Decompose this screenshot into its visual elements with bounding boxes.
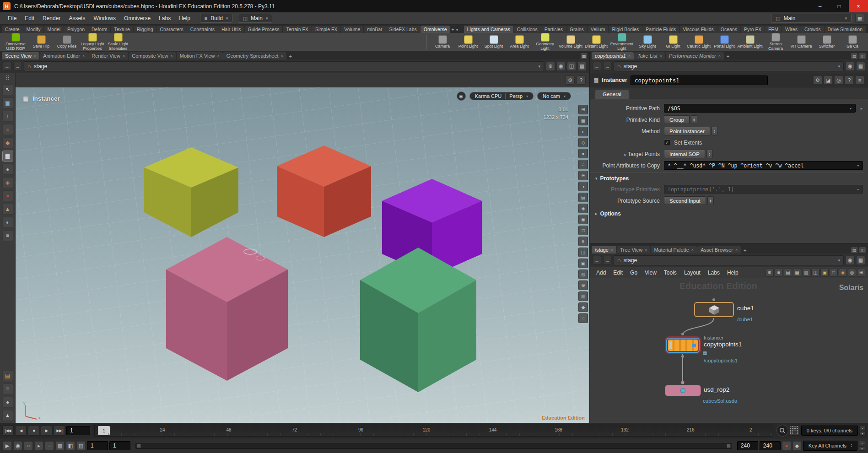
- stow-bar-icon[interactable]: ≡: [2, 383, 13, 394]
- set-extents-checkbox[interactable]: ✓: [664, 140, 670, 146]
- gear-icon[interactable]: ⚙: [566, 76, 575, 85]
- shelf-tool[interactable]: Switcher: [814, 35, 840, 49]
- key-all-channels-selector[interactable]: Key All Channels ▴▾: [803, 441, 857, 451]
- close-icon[interactable]: ×: [611, 248, 613, 252]
- shelf-tab[interactable]: Drive Simulation: [825, 26, 866, 33]
- crosshair-icon[interactable]: ⊕: [546, 62, 555, 71]
- pane-tab[interactable]: Render View ×: [88, 52, 128, 59]
- forward-icon[interactable]: →: [603, 62, 612, 70]
- brush-icon[interactable]: ◪: [824, 76, 833, 85]
- key-filter-icon[interactable]: ◆: [793, 441, 802, 450]
- message-log-icon[interactable]: ●: [2, 397, 13, 408]
- shelf-tab[interactable]: Hair Utils: [218, 26, 244, 33]
- shelf-tab[interactable]: Particle Fluids: [642, 26, 679, 33]
- textures-icon[interactable]: ◈: [578, 204, 588, 213]
- close-icon[interactable]: ×: [735, 248, 738, 252]
- playback-end-field[interactable]: 240: [737, 441, 758, 450]
- close-icon[interactable]: ×: [660, 54, 662, 58]
- shelf-tool[interactable]: VR Camera: [788, 35, 814, 49]
- pane-layout-icon[interactable]: ▦: [856, 256, 865, 265]
- find-node-icon[interactable]: ◎: [848, 269, 856, 277]
- menu-item[interactable]: Layout: [680, 269, 704, 277]
- scroll-down-icon[interactable]: ▾: [859, 431, 866, 436]
- close-icon[interactable]: ×: [217, 54, 220, 58]
- shelf-overflow-icon[interactable]: ▾: [455, 26, 459, 33]
- menu-item[interactable]: Render: [38, 13, 65, 23]
- search-icon[interactable]: ◎: [834, 76, 843, 85]
- audio-icon[interactable]: ◉: [13, 441, 22, 450]
- shelf-tab[interactable]: Pyro FX: [741, 26, 765, 33]
- grid-snap-icon[interactable]: ▦: [793, 269, 801, 277]
- pane-split-icon[interactable]: ◫: [859, 53, 866, 59]
- character-tool-icon[interactable]: ◈: [2, 177, 13, 188]
- wrench-icon[interactable]: ⚙: [766, 269, 774, 277]
- pane-menu-icon[interactable]: ▤: [851, 53, 858, 59]
- play-reverse-button[interactable]: ◀: [15, 426, 27, 436]
- prototype-source-dropdown[interactable]: Second Input: [664, 196, 706, 205]
- split-view-icon[interactable]: ◫: [578, 248, 588, 257]
- jump-end-button[interactable]: ▶▶|: [54, 426, 65, 436]
- snapshot-icon[interactable]: ◫: [567, 62, 576, 71]
- pane-tab[interactable]: Performance Monitor ×: [666, 52, 724, 59]
- menu-item[interactable]: Edit: [21, 13, 38, 23]
- shelf-tab[interactable]: Lights and Cameras: [464, 26, 513, 33]
- lighting-icon[interactable]: ☀: [578, 171, 588, 180]
- node-name-field[interactable]: copytopoints1: [631, 76, 768, 85]
- normals-display-icon[interactable]: ∴: [578, 160, 588, 169]
- dopesheet-toggle-icon[interactable]: [790, 426, 800, 436]
- pane-drag-handle-icon[interactable]: ⠿: [5, 75, 10, 81]
- shelf-tool[interactable]: Distant Light: [583, 35, 609, 49]
- gear-icon[interactable]: ⚙: [813, 76, 822, 85]
- node-path[interactable]: cubesSol.usda: [703, 398, 737, 404]
- menu-item[interactable]: Omniverse: [120, 13, 155, 23]
- close-icon[interactable]: ×: [82, 54, 85, 58]
- pane-tab[interactable]: /stage ×: [592, 246, 616, 253]
- image-bg-icon[interactable]: ◫: [811, 269, 819, 277]
- menu-item[interactable]: Tools: [660, 269, 680, 277]
- desktop-icon[interactable]: ▦: [855, 14, 864, 23]
- scroll-up-icon[interactable]: ▴: [859, 426, 866, 430]
- layout-nodes-icon[interactable]: ≡: [775, 269, 783, 277]
- stow-shelf-icon[interactable]: ▤: [2, 370, 13, 381]
- shelf-tool[interactable]: Point Light: [455, 35, 481, 49]
- color-badge-icon[interactable]: ◆: [839, 269, 847, 277]
- pane-tab[interactable]: Asset Browser ×: [697, 246, 741, 253]
- pin-icon[interactable]: ◉: [846, 62, 855, 71]
- shelf-tab[interactable]: Volume: [341, 26, 363, 33]
- new-pane-tab-icon[interactable]: +: [287, 53, 294, 59]
- add-shelf-icon[interactable]: +: [451, 26, 455, 33]
- shelf-tab[interactable]: Viscous Fluids: [679, 26, 717, 33]
- help-icon[interactable]: ?: [845, 76, 854, 85]
- build-desktop-selector[interactable]: ≡ Build ▾: [200, 14, 233, 23]
- shelf-tab[interactable]: Deform: [88, 26, 110, 33]
- list-mode-icon[interactable]: ▥: [802, 269, 810, 277]
- select-tool-icon[interactable]: ↖: [2, 84, 13, 95]
- main-menu-right[interactable]: ◫ Main ▾: [771, 14, 852, 23]
- close-icon[interactable]: ×: [628, 54, 631, 58]
- shelf-tab[interactable]: Omniverse: [421, 26, 450, 33]
- node-flag-icon[interactable]: [692, 344, 696, 347]
- prototype-primitives-field[interactable]: lopinputprims('.', 1) ▾: [664, 185, 863, 194]
- shelf-tab[interactable]: Model: [44, 26, 64, 33]
- pane-tab[interactable]: Scene View ×: [2, 52, 39, 59]
- translate-handle-icon[interactable]: +: [2, 111, 13, 122]
- realtime-toggle-icon[interactable]: ▶: [3, 441, 12, 450]
- shelf-tool[interactable]: Scale Light Intensities: [105, 33, 131, 51]
- light-tool-icon[interactable]: ◐: [2, 217, 13, 228]
- forward-icon[interactable]: →: [603, 256, 612, 264]
- pane-tab[interactable]: Animation Editor ×: [40, 52, 88, 59]
- shelf-tool[interactable]: Ambient Light: [737, 35, 763, 49]
- options-section-header[interactable]: ▸ Options: [590, 208, 865, 219]
- chevron-down-icon[interactable]: ▾: [853, 163, 859, 168]
- camera-lock-icon[interactable]: ◉: [457, 92, 466, 101]
- display-options-icon[interactable]: ≡: [578, 237, 588, 246]
- scene-viewport[interactable]: ▦ Instancer ◉ Karma CPU Persp ▾ No cam ▾: [16, 87, 589, 423]
- shelf-tab[interactable]: Rigging: [134, 26, 156, 33]
- range-handle-left[interactable]: [137, 444, 141, 448]
- sticky-note-icon[interactable]: ▣: [820, 269, 829, 277]
- menu-item[interactable]: View: [641, 269, 660, 277]
- shelf-tool[interactable]: Geometry Light: [532, 33, 558, 51]
- shelf-tool[interactable]: GI Light: [660, 35, 686, 49]
- shelf-tab[interactable]: Constraints: [187, 26, 218, 33]
- wireframe-icon[interactable]: ◇: [578, 138, 588, 147]
